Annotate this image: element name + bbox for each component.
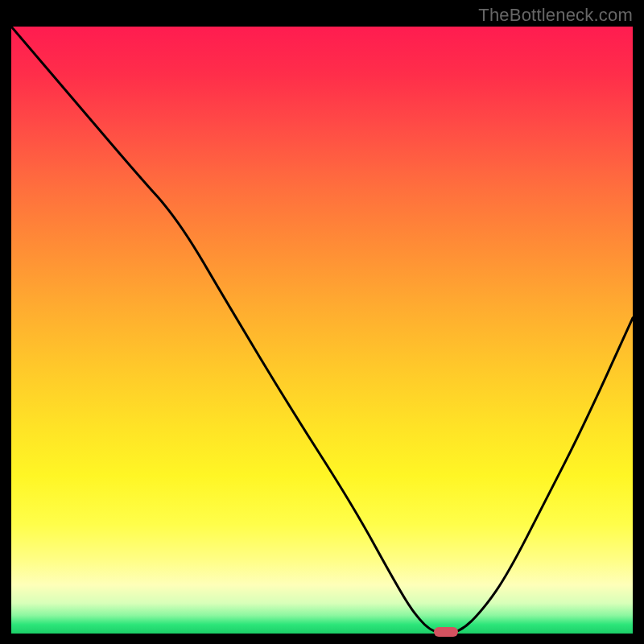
curve-svg <box>11 27 633 634</box>
plot-area <box>11 27 633 634</box>
optimal-marker <box>434 627 458 637</box>
bottleneck-curve <box>11 27 633 634</box>
chart-frame: TheBottleneck.com <box>0 0 644 644</box>
watermark-text: TheBottleneck.com <box>478 5 633 26</box>
